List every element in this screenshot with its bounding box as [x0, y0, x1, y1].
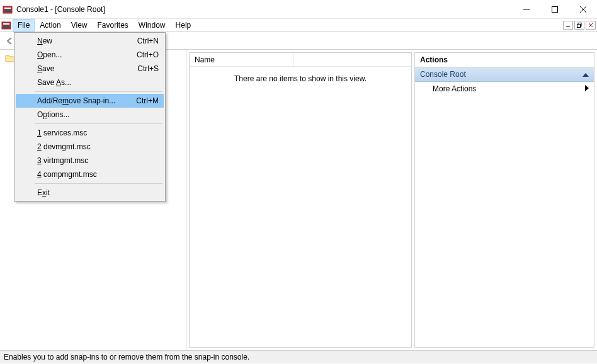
mdi-restore-button[interactable]: [574, 21, 584, 30]
menu-recent-1[interactable]: 1 services.msc: [16, 126, 164, 140]
list-pane[interactable]: Name There are no items to show in this …: [189, 52, 412, 348]
svg-rect-4: [552, 6, 557, 12]
menu-help[interactable]: Help: [171, 19, 196, 31]
actions-group-label: Console Root: [420, 70, 466, 79]
status-text: Enables you to add snap-ins to or remove…: [4, 353, 249, 361]
mdi-close-button[interactable]: [586, 21, 596, 30]
svg-rect-8: [3, 23, 9, 25]
close-button[interactable]: [569, 0, 597, 18]
menu-recent-4[interactable]: 4 compmgmt.msc: [16, 168, 164, 181]
menu-favorites[interactable]: Favorites: [93, 19, 134, 31]
menubar: File Action View Favorites Window Help: [0, 19, 597, 32]
menu-exit[interactable]: Exit: [16, 186, 164, 200]
menu-separator: [35, 91, 162, 92]
menu-recent-2-label: 2 devmgmt.msc: [37, 142, 159, 151]
titlebar: Console1 - [Console Root]: [0, 0, 597, 19]
actions-more-label: More Actions: [433, 84, 476, 93]
menu-separator: [35, 123, 162, 124]
doc-icon: [0, 19, 13, 31]
menu-new[interactable]: New Ctrl+N: [16, 34, 164, 48]
menu-save-label: Save: [37, 64, 137, 73]
svg-rect-2: [4, 9, 11, 12]
actions-group-header[interactable]: Console Root: [415, 67, 594, 82]
menu-window[interactable]: Window: [134, 19, 171, 31]
svg-rect-1: [4, 8, 11, 9]
file-menu-dropdown: New Ctrl+N Open... Ctrl+O Save Ctrl+S Sa…: [14, 32, 166, 202]
actions-more[interactable]: More Actions: [415, 82, 594, 96]
menu-exit-label: Exit: [37, 188, 159, 197]
menu-recent-4-label: 4 compmgmt.msc: [37, 170, 159, 179]
menu-new-label: New: [37, 37, 137, 45]
app-icon: [3, 4, 13, 14]
statusbar: Enables you to add snap-ins to or remove…: [0, 350, 597, 363]
menu-open[interactable]: Open... Ctrl+O: [16, 48, 164, 62]
minimize-button[interactable]: [512, 0, 540, 18]
menu-add-remove-shortcut: Ctrl+M: [136, 96, 159, 105]
window-title: Console1 - [Console Root]: [16, 5, 512, 14]
svg-rect-9: [3, 25, 9, 28]
menu-save[interactable]: Save Ctrl+S: [16, 62, 164, 76]
actions-pane: Actions Console Root More Actions: [414, 52, 594, 348]
menu-open-shortcut: Ctrl+O: [137, 50, 159, 59]
mdi-controls: [563, 19, 597, 31]
menu-file[interactable]: File: [13, 19, 35, 31]
window-controls: [512, 0, 597, 18]
menu-add-remove-label: Add/Remove Snap-in...: [37, 96, 136, 105]
menu-options-label: Options...: [37, 110, 159, 119]
menu-open-label: Open...: [37, 50, 137, 59]
menu-save-as[interactable]: Save As...: [16, 76, 164, 89]
svg-rect-12: [577, 25, 581, 28]
maximize-button[interactable]: [540, 0, 569, 18]
menu-action[interactable]: Action: [35, 19, 65, 31]
menu-save-shortcut: Ctrl+S: [137, 64, 159, 73]
column-name[interactable]: Name: [190, 53, 293, 66]
submenu-arrow-icon: [585, 84, 589, 93]
menu-separator: [35, 183, 162, 184]
list-header: Name: [190, 53, 411, 67]
menu-recent-1-label: 1 services.msc: [37, 128, 159, 137]
collapse-icon: [583, 70, 589, 79]
menu-new-shortcut: Ctrl+N: [137, 37, 159, 45]
menu-view[interactable]: View: [66, 19, 93, 31]
menu-options[interactable]: Options...: [16, 108, 164, 122]
menu-recent-3-label: 3 virtmgmt.msc: [37, 156, 159, 165]
list-empty-message: There are no items to show in this view.: [190, 67, 411, 347]
menu-add-remove-snapin[interactable]: Add/Remove Snap-in... Ctrl+M: [16, 94, 164, 108]
mdi-minimize-button[interactable]: [563, 21, 573, 30]
menu-save-as-label: Save As...: [37, 78, 159, 87]
menu-recent-2[interactable]: 2 devmgmt.msc: [16, 140, 164, 154]
actions-title: Actions: [415, 53, 594, 67]
menu-recent-3[interactable]: 3 virtmgmt.msc: [16, 154, 164, 168]
